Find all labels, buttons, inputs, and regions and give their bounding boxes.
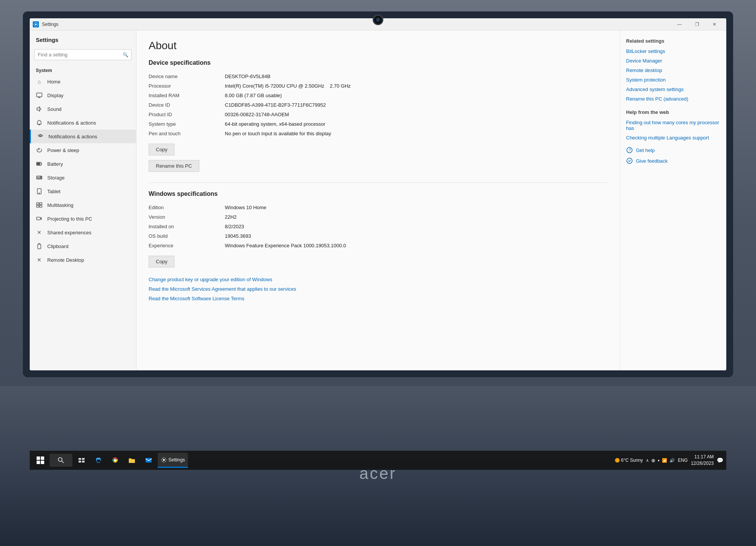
svg-text:?: ? bbox=[629, 148, 631, 152]
how-many-cores-link[interactable]: Finding out how many cores my processor … bbox=[626, 120, 720, 131]
system-protection-link[interactable]: System protection bbox=[626, 77, 720, 83]
spec-value-1: Intel(R) Core(TM) i5-7200U CPU @ 2.50GHz… bbox=[225, 82, 607, 90]
sidebar: Settings 🔍 System ⌂ Home Displa bbox=[30, 30, 136, 370]
svg-point-18 bbox=[39, 193, 40, 194]
sidebar-item-clipboard[interactable]: Clipboard bbox=[30, 239, 136, 253]
sidebar-item-notifications[interactable]: Notifications & actions bbox=[30, 116, 136, 130]
close-button[interactable]: ✕ bbox=[706, 18, 723, 30]
battery-tray-icon: ▪ bbox=[658, 458, 660, 463]
taskbar: Settings 6°C Sunny ∧ ⊕ ▪ 📶 🔊 ENG 11:17 A… bbox=[30, 451, 726, 470]
svg-rect-35 bbox=[82, 461, 85, 463]
sidebar-item-shared[interactable]: ✕ Shared experiences bbox=[30, 226, 136, 239]
sidebar-item-label: Home bbox=[47, 79, 61, 85]
windows-logo bbox=[37, 456, 44, 464]
feedback-icon bbox=[626, 157, 633, 164]
rename-advanced-link[interactable]: Rename this PC (advanced) bbox=[626, 96, 720, 102]
copy-windows-specs-button[interactable]: Copy bbox=[149, 256, 175, 267]
maximize-button[interactable]: ❐ bbox=[688, 18, 706, 30]
support-section: ? Get help Give feedback bbox=[626, 147, 720, 164]
date: 12/26/2023 bbox=[691, 460, 714, 467]
svg-rect-23 bbox=[37, 217, 40, 220]
spec-value-6: No pen or touch input is available for t… bbox=[225, 130, 607, 138]
svg-point-40 bbox=[163, 459, 165, 461]
sidebar-item-display[interactable]: Display bbox=[30, 88, 136, 102]
start-button[interactable] bbox=[33, 453, 48, 468]
settings-taskbar-app[interactable]: Settings bbox=[158, 453, 188, 468]
win-spec-value-0: Windows 10 Home bbox=[225, 203, 607, 211]
network-icon: 📶 bbox=[662, 458, 667, 463]
sidebar-item-projecting[interactable]: Projecting to this PC bbox=[30, 212, 136, 226]
svg-rect-1 bbox=[37, 93, 42, 97]
multiple-languages-link[interactable]: Checking multiple Languages support bbox=[626, 135, 720, 141]
tablet-icon bbox=[36, 188, 43, 195]
spec-label-5: System type bbox=[149, 120, 217, 128]
page-title: About bbox=[149, 40, 607, 52]
sidebar-item-storage[interactable]: Storage bbox=[30, 171, 136, 184]
spec-value-5: 64-bit operating system, x64-based proce… bbox=[225, 120, 607, 128]
search-input[interactable] bbox=[34, 49, 131, 60]
tray-chevron[interactable]: ∧ bbox=[646, 458, 649, 463]
device-manager-link[interactable]: Device Manager bbox=[626, 58, 720, 64]
advanced-system-link[interactable]: Advanced system settings bbox=[626, 86, 720, 92]
rename-pc-button[interactable]: Rename this PC bbox=[149, 160, 199, 172]
volume-icon: 🔊 bbox=[670, 458, 675, 463]
sidebar-item-power[interactable]: Power & sleep bbox=[30, 143, 136, 157]
file-explorer-button[interactable] bbox=[124, 453, 139, 468]
sidebar-item-home[interactable]: ⌂ Home bbox=[30, 75, 136, 88]
spec-label-1: Processor bbox=[149, 82, 217, 90]
win-spec-label-0: Edition bbox=[149, 203, 217, 211]
language-indicator: ENG bbox=[678, 458, 688, 463]
minimize-button[interactable]: — bbox=[671, 18, 688, 30]
ms-license-link[interactable]: Read the Microsoft Software License Term… bbox=[149, 296, 607, 301]
screen-bezel: Settings — ❐ ✕ Settings 🔍 System bbox=[23, 11, 733, 377]
home-icon: ⌂ bbox=[36, 78, 43, 85]
windows-specs-title: Windows specifications bbox=[149, 191, 607, 197]
edge-button[interactable] bbox=[91, 453, 106, 468]
get-help-item[interactable]: ? Get help bbox=[626, 147, 720, 154]
sidebar-item-label: Power & sleep bbox=[47, 147, 79, 153]
spec-value-0: DESKTOP-6V5L84B bbox=[225, 72, 607, 80]
mail-button[interactable] bbox=[141, 453, 156, 468]
spec-label-4: Product ID bbox=[149, 110, 217, 118]
sidebar-item-multitasking[interactable]: Multitasking bbox=[30, 198, 136, 212]
sidebar-item-tablet[interactable]: Tablet bbox=[30, 184, 136, 198]
help-title: Help from the web bbox=[626, 109, 720, 115]
change-product-key-link[interactable]: Change product key or upgrade your editi… bbox=[149, 277, 607, 282]
shared-icon: ✕ bbox=[36, 229, 43, 236]
system-section-label: System bbox=[30, 63, 136, 75]
copy-device-specs-button[interactable]: Copy bbox=[149, 144, 175, 155]
svg-line-31 bbox=[62, 461, 64, 463]
sidebar-item-remote[interactable]: ✕ Remote Desktop bbox=[30, 253, 136, 267]
weather-text: 6°C Sunny bbox=[621, 458, 643, 463]
svg-rect-11 bbox=[37, 163, 40, 165]
sidebar-item-sound[interactable]: Sound bbox=[30, 102, 136, 116]
notification-center-button[interactable]: 💬 bbox=[717, 457, 723, 463]
remote-desktop-link[interactable]: Remote desktop bbox=[626, 67, 720, 73]
give-feedback-item[interactable]: Give feedback bbox=[626, 157, 720, 164]
bitlocker-link[interactable]: BitLocker settings bbox=[626, 48, 720, 54]
chrome-button[interactable] bbox=[107, 453, 123, 468]
sound-icon bbox=[36, 106, 43, 112]
sidebar-item-focus[interactable]: Notifications & actions bbox=[30, 130, 136, 143]
battery-icon bbox=[36, 160, 43, 167]
time: 11:17 AM bbox=[691, 454, 714, 460]
svg-rect-22 bbox=[40, 205, 42, 207]
svg-point-16 bbox=[40, 178, 41, 178]
ms-services-link[interactable]: Read the Microsoft Services Agreement th… bbox=[149, 286, 607, 292]
svg-point-0 bbox=[35, 24, 37, 25]
win-spec-label-2: Installed on bbox=[149, 223, 217, 231]
sidebar-item-label: Notifications & actions bbox=[48, 134, 97, 139]
taskbar-search[interactable] bbox=[50, 454, 72, 467]
display-icon bbox=[36, 92, 43, 99]
multitasking-icon bbox=[36, 202, 43, 208]
task-view-button[interactable] bbox=[74, 453, 89, 468]
svg-rect-33 bbox=[82, 458, 85, 460]
notifications-icon bbox=[36, 119, 43, 126]
spec-label-3: Device ID bbox=[149, 101, 217, 109]
win-spec-value-3: 19045.3693 bbox=[225, 232, 607, 240]
sidebar-item-battery[interactable]: Battery bbox=[30, 157, 136, 171]
win-spec-value-1: 22H2 bbox=[225, 213, 607, 221]
taskbar-time[interactable]: 11:17 AM 12/26/2023 bbox=[691, 454, 714, 467]
sidebar-item-label: Battery bbox=[47, 161, 63, 167]
svg-rect-20 bbox=[40, 203, 42, 205]
